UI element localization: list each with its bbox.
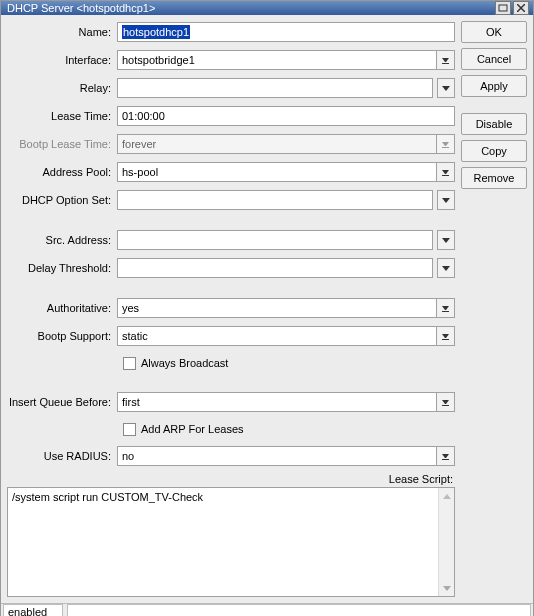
insert-queue-before-label: Insert Queue Before:	[7, 396, 117, 408]
client-area: Name: hotspotdhcp1 Interface: hotspotbri…	[1, 15, 533, 603]
always-broadcast-checkbox[interactable]	[123, 357, 136, 370]
minimize-button[interactable]	[495, 1, 511, 15]
close-button[interactable]	[513, 1, 529, 15]
delay-threshold-label: Delay Threshold:	[7, 262, 117, 274]
scroll-up-icon[interactable]	[439, 488, 454, 504]
dhcp-option-set-label: DHCP Option Set:	[7, 194, 117, 206]
button-column: OK Cancel Apply Disable Copy Remove	[461, 21, 527, 597]
dhcp-option-set-expand-button[interactable]	[437, 190, 455, 210]
copy-button[interactable]: Copy	[461, 140, 527, 162]
use-radius-label: Use RADIUS:	[7, 450, 117, 462]
dhcp-server-window: DHCP Server <hotspotdhcp1> Name: hotspot…	[0, 0, 534, 616]
cancel-button[interactable]: Cancel	[461, 48, 527, 70]
bootp-lease-time-dropdown-button	[437, 134, 455, 154]
address-pool-input[interactable]: hs-pool	[117, 162, 437, 182]
relay-input[interactable]	[117, 78, 433, 98]
use-radius-dropdown-button[interactable]	[437, 446, 455, 466]
disable-button[interactable]: Disable	[461, 113, 527, 135]
use-radius-input[interactable]: no	[117, 446, 437, 466]
authoritative-dropdown-button[interactable]	[437, 298, 455, 318]
lease-script-textarea[interactable]: /system script run CUSTOM_TV-Check	[8, 488, 438, 596]
status-bar: enabled	[1, 603, 533, 616]
bootp-support-input[interactable]: static	[117, 326, 437, 346]
lease-script-textarea-wrap: /system script run CUSTOM_TV-Check	[7, 487, 455, 597]
interface-label: Interface:	[7, 54, 117, 66]
status-state: enabled	[3, 604, 63, 616]
lease-time-input[interactable]: 01:00:00	[117, 106, 455, 126]
name-label: Name:	[7, 26, 117, 38]
interface-input[interactable]: hotspotbridge1	[117, 50, 437, 70]
insert-queue-before-dropdown-button[interactable]	[437, 392, 455, 412]
src-address-input[interactable]	[117, 230, 433, 250]
window-title: DHCP Server <hotspotdhcp1>	[7, 2, 493, 14]
titlebar: DHCP Server <hotspotdhcp1>	[1, 1, 533, 15]
dhcp-option-set-input[interactable]	[117, 190, 433, 210]
bootp-lease-time-input: forever	[117, 134, 437, 154]
authoritative-label: Authoritative:	[7, 302, 117, 314]
lease-time-label: Lease Time:	[7, 110, 117, 122]
address-pool-label: Address Pool:	[7, 166, 117, 178]
lease-script-scrollbar[interactable]	[438, 488, 454, 596]
lease-script-label: Lease Script:	[389, 473, 453, 485]
remove-button[interactable]: Remove	[461, 167, 527, 189]
address-pool-dropdown-button[interactable]	[437, 162, 455, 182]
relay-expand-button[interactable]	[437, 78, 455, 98]
apply-button[interactable]: Apply	[461, 75, 527, 97]
insert-queue-before-input[interactable]: first	[117, 392, 437, 412]
bootp-lease-time-label: Bootp Lease Time:	[7, 138, 117, 150]
bootp-support-label: Bootp Support:	[7, 330, 117, 342]
interface-dropdown-button[interactable]	[437, 50, 455, 70]
src-address-label: Src. Address:	[7, 234, 117, 246]
name-input[interactable]: hotspotdhcp1	[117, 22, 455, 42]
add-arp-checkbox[interactable]	[123, 423, 136, 436]
always-broadcast-label: Always Broadcast	[141, 357, 228, 369]
bootp-support-dropdown-button[interactable]	[437, 326, 455, 346]
status-spacer	[67, 604, 531, 616]
delay-threshold-input[interactable]	[117, 258, 433, 278]
relay-label: Relay:	[7, 82, 117, 94]
authoritative-input[interactable]: yes	[117, 298, 437, 318]
add-arp-label: Add ARP For Leases	[141, 423, 244, 435]
delay-threshold-expand-button[interactable]	[437, 258, 455, 278]
src-address-expand-button[interactable]	[437, 230, 455, 250]
form-column: Name: hotspotdhcp1 Interface: hotspotbri…	[7, 21, 455, 597]
svg-rect-0	[499, 5, 507, 11]
ok-button[interactable]: OK	[461, 21, 527, 43]
scroll-down-icon[interactable]	[439, 580, 454, 596]
